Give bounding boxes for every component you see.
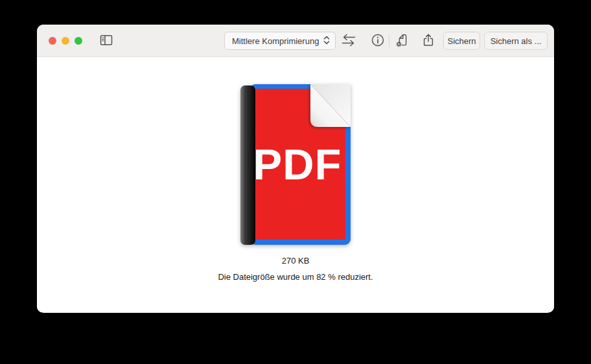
toolbar-separator: [389, 34, 389, 47]
info-icon: [370, 32, 386, 50]
save-button[interactable]: Sichern: [443, 32, 480, 50]
minimize-button[interactable]: [62, 37, 69, 45]
pdf-label: PDF: [253, 140, 342, 188]
swap-arrows-icon: [340, 32, 358, 50]
status-message: Die Dateigröße wurde um 82 % reduziert.: [218, 272, 373, 282]
traffic-lights: [49, 37, 82, 45]
chevron-up-down-icon: [322, 35, 331, 47]
info-button[interactable]: [369, 32, 387, 49]
compression-level-select[interactable]: Mittlere Komprimierung: [224, 32, 336, 50]
document-settings-button[interactable]: [393, 32, 411, 49]
file-size-label: 270 KB: [282, 256, 310, 266]
folded-corner: [310, 84, 351, 127]
sidebar-toggle-icon: [98, 32, 114, 50]
save-as-button[interactable]: Sichern als ...: [484, 32, 548, 50]
titlebar: Mittlere Komprimierung: [37, 25, 554, 57]
zoom-button[interactable]: [75, 37, 82, 45]
document-gear-icon: [394, 32, 410, 50]
pdf-file-icon: PDF: [240, 84, 351, 245]
content-area: PDF 270 KB Die Dateigröße wurde um 82 % …: [37, 57, 554, 312]
swap-compare-button[interactable]: [340, 32, 358, 49]
compression-level-value: Mittlere Komprimierung: [232, 36, 322, 46]
close-button[interactable]: [49, 37, 56, 45]
sidebar-toggle-button[interactable]: [97, 32, 115, 49]
share-icon: [421, 32, 436, 50]
share-button[interactable]: [419, 32, 437, 49]
app-window: Mittlere Komprimierung: [37, 25, 554, 313]
